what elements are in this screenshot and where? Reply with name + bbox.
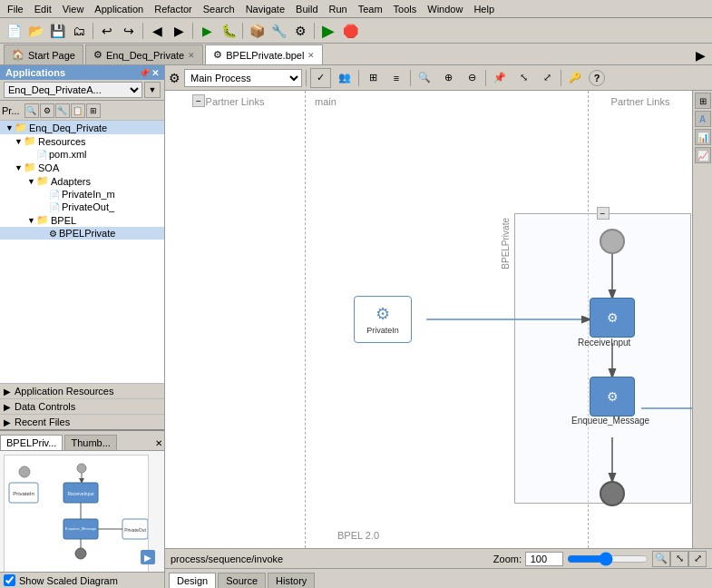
palette-btn-2[interactable]: A bbox=[695, 111, 711, 127]
layout-btn1[interactable]: ⊞ bbox=[363, 68, 383, 88]
tree-row-enq[interactable]: ▼ 📁 Enq_Deq_Private bbox=[0, 121, 164, 134]
bottom-close-icon[interactable]: ✕ bbox=[153, 436, 164, 450]
file-icon-privatein: 📄 bbox=[49, 190, 60, 200]
apps-close-icon[interactable]: ✕ bbox=[151, 68, 159, 78]
tree-row-soa[interactable]: ▼ 📁 SOA bbox=[0, 161, 164, 174]
menu-team[interactable]: Team bbox=[353, 2, 388, 16]
expand-btn[interactable]: ⊕ bbox=[438, 68, 458, 88]
tree-row-pom[interactable]: 📄 pom.xml bbox=[0, 148, 164, 161]
stop-btn[interactable]: 🛑 bbox=[340, 21, 360, 41]
tree-row-adapters[interactable]: ▼ 📁 Adapters bbox=[0, 174, 164, 188]
deploy2-btn[interactable]: 🔧 bbox=[268, 21, 288, 41]
menu-window[interactable]: Window bbox=[422, 2, 468, 16]
folder-icon-soa: 📁 bbox=[24, 162, 36, 173]
undo-btn[interactable]: ↩ bbox=[97, 21, 117, 41]
start-circle-node[interactable] bbox=[600, 229, 625, 254]
menu-run[interactable]: Run bbox=[324, 2, 353, 16]
props-btn[interactable]: 🔑 bbox=[565, 68, 585, 88]
zoom-expand-btn[interactable]: ⤡ bbox=[670, 551, 688, 567]
tab-bpel-close[interactable]: ✕ bbox=[307, 51, 315, 60]
editor-tab-design[interactable]: Design bbox=[169, 573, 216, 588]
debug-btn[interactable]: 🐛 bbox=[219, 21, 239, 41]
bpel-canvas-area[interactable]: − Partner Links Partner Links main BPELP… bbox=[165, 91, 692, 548]
menu-tools[interactable]: Tools bbox=[388, 2, 423, 16]
receiveinput-node[interactable]: ⚙ bbox=[590, 298, 635, 338]
palette-btn-1[interactable]: ⊞ bbox=[695, 93, 711, 109]
tree-row-privateout[interactable]: 📄 PrivateOut_ bbox=[0, 201, 164, 213]
run-btn[interactable]: ▶ bbox=[197, 21, 217, 41]
menu-help[interactable]: Help bbox=[468, 2, 500, 16]
palette-btn-3[interactable]: 📊 bbox=[695, 129, 711, 145]
expand2-btn[interactable]: ⤡ bbox=[513, 68, 533, 88]
collapse-flow-btn[interactable]: − bbox=[192, 94, 205, 107]
palette-btn-4[interactable]: 📈 bbox=[695, 147, 711, 163]
menu-navigate[interactable]: Navigate bbox=[240, 2, 290, 16]
bottom-tab-bar: BPELPriv... Thumb... ✕ bbox=[0, 431, 164, 451]
editor-tab-source[interactable]: Source bbox=[218, 573, 266, 588]
end-circle-node[interactable] bbox=[600, 481, 625, 506]
zoom-collapse-btn[interactable]: ⤢ bbox=[688, 551, 707, 567]
collapse-btn[interactable]: ⊖ bbox=[462, 68, 482, 88]
menu-file[interactable]: File bbox=[2, 2, 29, 16]
bottom-tab-thumb[interactable]: Thumb... bbox=[64, 435, 116, 450]
tab-enq-deq[interactable]: ⚙ Enq_Deq_Private ✕ bbox=[85, 44, 203, 64]
tree-row-bpelprivate[interactable]: ⚙ BPELPrivate bbox=[0, 227, 164, 240]
save-btn[interactable]: 💾 bbox=[47, 21, 67, 41]
tree-btn5[interactable]: ⊞ bbox=[86, 103, 101, 118]
tab-enq-close[interactable]: ✕ bbox=[188, 51, 195, 60]
partner-links-left-label: Partner Links bbox=[165, 91, 306, 548]
menu-application[interactable]: Application bbox=[89, 2, 149, 16]
tab-start-page[interactable]: 🏠 Start Page bbox=[4, 44, 83, 64]
menu-edit[interactable]: Edit bbox=[29, 2, 57, 16]
tree-btn2[interactable]: ⚙ bbox=[40, 103, 54, 118]
save-all-btn[interactable]: 🗂 bbox=[69, 21, 89, 41]
play-btn[interactable]: ▶ bbox=[318, 21, 338, 41]
tree-btn1[interactable]: 🔍 bbox=[24, 103, 39, 118]
redo-btn[interactable]: ↪ bbox=[119, 21, 139, 41]
section-app-resources[interactable]: ▶ Application Resources bbox=[0, 383, 164, 398]
zoom-fit-btn[interactable]: 🔍 bbox=[652, 551, 670, 567]
enqueue-node[interactable]: ⚙ bbox=[590, 377, 635, 416]
deploy3-btn[interactable]: ⚙ bbox=[290, 21, 310, 41]
back-btn[interactable]: ◀ bbox=[147, 21, 167, 41]
tree-row-resources[interactable]: ▼ 📁 Resources bbox=[0, 134, 164, 148]
applications-header[interactable]: Applications 📌 ✕ bbox=[0, 65, 164, 80]
process-dropdown[interactable]: Main Process bbox=[184, 69, 302, 87]
scope-btn[interactable]: 🔍 bbox=[415, 68, 434, 88]
validate-btn[interactable]: ✓ bbox=[310, 68, 331, 88]
pin-btn[interactable]: 📌 bbox=[490, 68, 510, 88]
tree-row-privatein[interactable]: 📄 PrivateIn_m bbox=[0, 188, 164, 201]
privatein-gear-icon: ⚙ bbox=[376, 304, 390, 324]
zoom-input[interactable] bbox=[525, 552, 563, 566]
tree-btn3[interactable]: 🔧 bbox=[55, 103, 70, 118]
collapse2-btn[interactable]: ⤢ bbox=[537, 68, 557, 88]
tree-row-bpel[interactable]: ▼ 📁 BPEL bbox=[0, 213, 164, 227]
menu-view[interactable]: View bbox=[57, 2, 90, 16]
tree-btn4[interactable]: 📋 bbox=[71, 103, 85, 118]
new-btn[interactable]: 📄 bbox=[4, 21, 24, 41]
bpel-version-label: BPEL 2.0 bbox=[337, 530, 379, 541]
app-dropdown[interactable]: Enq_Deq_PrivateA... bbox=[4, 82, 142, 98]
editor-tab-history[interactable]: History bbox=[268, 573, 315, 588]
app-dropdown-btn[interactable]: ▼ bbox=[144, 82, 161, 98]
layout-btn2[interactable]: ≡ bbox=[386, 68, 406, 88]
tab-bpel-private[interactable]: ⚙ BPELPrivate.bpel ✕ bbox=[205, 44, 323, 64]
deploy-btn[interactable]: 📦 bbox=[247, 21, 267, 41]
menu-build[interactable]: Build bbox=[290, 2, 323, 16]
privatein-node[interactable]: ⚙ PrivateIn bbox=[354, 296, 412, 343]
bottom-tab-bpel[interactable]: BPELPriv... bbox=[0, 435, 63, 450]
seq-collapse-btn[interactable]: − bbox=[597, 207, 610, 220]
zoom-slider[interactable] bbox=[567, 552, 649, 566]
apps-pin-icon[interactable]: 📌 bbox=[139, 68, 150, 78]
section-data-controls[interactable]: ▶ Data Controls bbox=[0, 398, 164, 414]
partner-btn[interactable]: 👥 bbox=[335, 68, 355, 88]
menu-refactor[interactable]: Refactor bbox=[149, 2, 198, 16]
section-recent-files[interactable]: ▶ Recent Files bbox=[0, 414, 164, 429]
help-btn[interactable]: ? bbox=[589, 70, 605, 86]
show-scaled-checkbox[interactable] bbox=[4, 574, 15, 586]
open-btn[interactable]: 📂 bbox=[25, 21, 45, 41]
forward-btn[interactable]: ▶ bbox=[169, 21, 189, 41]
menu-search[interactable]: Search bbox=[198, 2, 240, 16]
thumb-play-btn[interactable]: ▶ bbox=[141, 550, 155, 564]
tab-scroll-btn[interactable]: ▶ bbox=[692, 46, 708, 64]
